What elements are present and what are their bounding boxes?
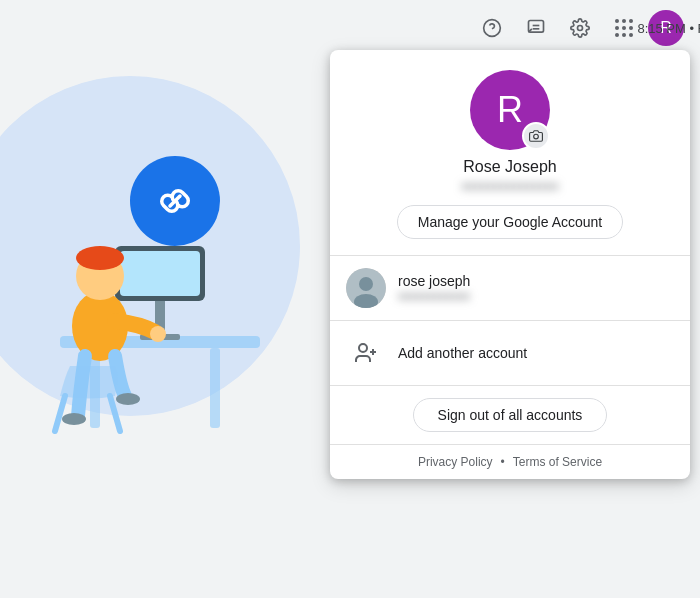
svg-line-19	[55, 396, 65, 431]
link-icon-circle	[130, 156, 220, 246]
sign-out-button[interactable]: Sign out of all accounts	[413, 398, 608, 432]
red-arrow	[678, 333, 690, 373]
top-bar: 8:15 PM • Fri, May 21	[0, 0, 700, 56]
account-name: rose joseph	[398, 273, 674, 289]
manage-account-button[interactable]: Manage your Google Account	[397, 205, 623, 239]
avatar-initial: R	[497, 89, 523, 131]
svg-rect-8	[210, 348, 220, 428]
svg-point-16	[150, 326, 166, 342]
account-list-item[interactable]: rose joseph xxxxxxxxxxxx	[330, 256, 690, 321]
footer-separator: •	[501, 455, 505, 469]
terms-of-service-link[interactable]: Terms of Service	[513, 455, 602, 469]
svg-point-5	[578, 26, 583, 31]
user-name: Rose Joseph	[463, 158, 556, 176]
user-email: xxxxxxxxxxxxxxx	[461, 178, 559, 193]
background-illustration	[0, 56, 380, 598]
svg-point-21	[534, 134, 539, 139]
account-email: xxxxxxxxxxxx	[398, 289, 674, 303]
account-info: rose joseph xxxxxxxxxxxx	[398, 273, 674, 303]
grid-icon	[615, 19, 633, 37]
panel-avatar: R	[470, 70, 550, 150]
svg-point-15	[76, 246, 124, 270]
svg-point-18	[116, 393, 140, 405]
sign-out-section: Sign out of all accounts	[330, 386, 690, 445]
svg-point-23	[359, 277, 373, 291]
help-button[interactable]	[472, 8, 512, 48]
svg-point-17	[62, 413, 86, 425]
add-person-icon	[346, 333, 386, 373]
panel-header: R Rose Joseph xxxxxxxxxxxxxxx Manage you…	[330, 50, 690, 256]
chat-button[interactable]	[516, 8, 556, 48]
panel-footer: Privacy Policy • Terms of Service	[330, 445, 690, 479]
svg-rect-12	[120, 251, 200, 296]
privacy-policy-link[interactable]: Privacy Policy	[418, 455, 493, 469]
settings-button[interactable]	[560, 8, 600, 48]
time-display: 8:15 PM • Fri, May 21	[637, 21, 700, 36]
account-panel: R Rose Joseph xxxxxxxxxxxxxxx Manage you…	[330, 50, 690, 479]
add-account-row[interactable]: Add another account	[330, 321, 690, 386]
account-small-avatar	[346, 268, 386, 308]
change-photo-button[interactable]	[522, 122, 550, 150]
add-account-label: Add another account	[398, 345, 527, 361]
svg-point-25	[359, 344, 367, 352]
